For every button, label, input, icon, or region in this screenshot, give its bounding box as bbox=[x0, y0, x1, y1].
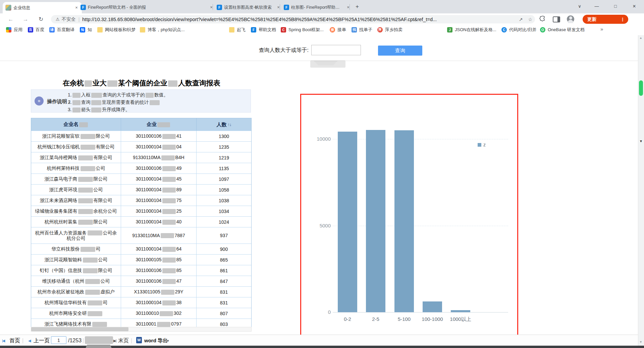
tab-favicon bbox=[5, 5, 11, 11]
url-text[interactable]: http://10.32.185.65:8080/webroot/decisio… bbox=[82, 17, 516, 22]
table-row: 钉钉（中国）信息技限公司 301100010685 861 bbox=[31, 265, 251, 276]
scroll-down-icon[interactable]: ▼ bbox=[639, 340, 642, 344]
chart-legend[interactable]: z bbox=[478, 142, 486, 147]
tab-close-icon[interactable]: × bbox=[276, 5, 281, 10]
update-button[interactable]: 更新 ⋮ bbox=[583, 15, 628, 24]
bookmark-label: 接单 bbox=[337, 27, 346, 33]
bookmark-item[interactable]: 网站模板和织梦 bbox=[97, 26, 136, 33]
tab-search-chevron-icon[interactable]: ∨ bbox=[572, 0, 587, 13]
bookmark-icon bbox=[97, 27, 103, 32]
bookmark-item[interactable]: 博客，php知识点... bbox=[140, 26, 185, 33]
bookmark-item[interactable]: 接 接单 bbox=[330, 26, 346, 33]
table-row: 杭州市网络安全研 301100010302 807 bbox=[31, 308, 251, 319]
side-panel-icon[interactable] bbox=[553, 16, 560, 22]
bookmark-item[interactable]: C Spring Boot框架... bbox=[281, 26, 324, 33]
table-row: 杭州百仕通人力资源服务公司余杭分公司 91330110MA7887 937 bbox=[31, 227, 251, 243]
query-submit-button[interactable]: 查询 bbox=[378, 46, 422, 56]
bookmark-icon bbox=[140, 27, 145, 32]
bookmark-item[interactable]: 百 百度 bbox=[28, 26, 44, 33]
browser-tab[interactable]: F 设置柱形图高度-帆软搜索 × bbox=[214, 3, 284, 12]
browser-tab[interactable]: 企业信息 × bbox=[3, 2, 82, 13]
bookmark-item[interactable]: J JSON在线解析及格... bbox=[447, 26, 496, 33]
redaction-blur bbox=[150, 100, 160, 105]
window-minimize-button[interactable]: — bbox=[589, 0, 604, 13]
table-row: 绿城物业服务集团有余杭分公司 301100010425 1034 bbox=[31, 206, 251, 216]
address-bar[interactable]: ⚠ 不安全 | http://10.32.185.65:8080/webroot… bbox=[51, 15, 535, 23]
report-title: 在余杭业大某个阈值的企业人数查询报表 bbox=[31, 78, 252, 88]
query-threshold-input[interactable] bbox=[311, 45, 361, 55]
bookmark-label: 起飞 bbox=[237, 27, 246, 33]
bookmarks-overflow-icon[interactable]: » bbox=[600, 26, 603, 32]
last-page-icon[interactable]: ▶| bbox=[113, 337, 116, 344]
window-close-button[interactable]: × bbox=[627, 0, 642, 13]
new-tab-button[interactable]: + bbox=[353, 2, 362, 11]
redaction-blur bbox=[162, 145, 176, 150]
tab-title: 企业信息 bbox=[13, 5, 72, 11]
redaction-blur bbox=[80, 145, 95, 150]
bookmark-item[interactable]: 知 知 bbox=[80, 26, 92, 33]
tab-favicon: F bbox=[217, 5, 222, 10]
company-code-cell: 301100010685 bbox=[121, 265, 197, 276]
bookmark-item[interactable]: 应用 bbox=[6, 26, 22, 33]
redaction-blur bbox=[160, 311, 173, 316]
table-row: 浙江菜鸟传橙网络有限公司 91330110MAB4H 1219 bbox=[31, 152, 251, 163]
share-icon[interactable]: ↗ bbox=[519, 17, 523, 22]
export-caret-icon[interactable]: ▾ bbox=[167, 337, 169, 344]
redaction-blur bbox=[91, 93, 102, 98]
profile-avatar[interactable] bbox=[567, 15, 574, 23]
scroll-up-icon[interactable]: ▲ bbox=[639, 36, 642, 40]
window-maximize-button[interactable]: □ bbox=[608, 0, 623, 13]
bookmark-item[interactable]: O OneBase 研发文档 bbox=[540, 26, 585, 33]
bookmark-icon: 知 bbox=[80, 27, 85, 32]
table-row: 杭州柯莱特科技公司 301100010649 1135 bbox=[31, 163, 251, 173]
company-name-cell: 杭州百仕通人力资源服务公司余杭分公司 bbox=[31, 227, 121, 243]
bookmark-item[interactable]: 译 百度翻译 bbox=[49, 26, 74, 33]
bookmark-item[interactable]: C 代码对比/归并 bbox=[501, 26, 537, 33]
last-page-button[interactable]: 末页 bbox=[118, 337, 129, 344]
kebab-menu-icon[interactable]: ⋮ bbox=[621, 17, 625, 22]
browser-tab[interactable]: F FineReport帮助文档 - 全面的报 × bbox=[78, 3, 217, 12]
tab-title: 设置柱形图高度-帆软搜索 bbox=[224, 5, 274, 10]
bookmark-item[interactable]: 萍 萍乡拍卖 bbox=[377, 26, 402, 33]
vertical-scrollbar-thumb[interactable] bbox=[639, 80, 643, 96]
sort-icon[interactable]: ↑↓ bbox=[228, 122, 231, 127]
redaction-blur bbox=[85, 80, 92, 87]
tab-close-icon[interactable]: × bbox=[209, 5, 214, 10]
redaction-blur bbox=[162, 258, 176, 263]
page-number-input[interactable] bbox=[51, 336, 66, 344]
company-code-cell: 301100010302 bbox=[121, 308, 197, 319]
first-page-icon[interactable]: |◀ bbox=[2, 337, 4, 344]
forward-icon[interactable]: → bbox=[21, 15, 30, 24]
prev-page-icon[interactable]: ◀ bbox=[28, 337, 30, 344]
company-code-cell: 301100010641 bbox=[121, 131, 197, 141]
redaction-blur bbox=[162, 188, 176, 193]
redaction-blur bbox=[168, 80, 177, 87]
company-name-cell: 浙江虎哥环境公司 bbox=[31, 185, 121, 195]
reload-icon[interactable]: ↻ bbox=[36, 15, 46, 24]
bookmark-item[interactable]: 起飞 bbox=[229, 26, 246, 33]
word-export-button[interactable]: word 导出 bbox=[144, 337, 168, 344]
people-count-cell: 937 bbox=[197, 227, 251, 243]
bar bbox=[394, 130, 414, 312]
company-name-cell: 杭州市网络安全研 bbox=[31, 308, 121, 319]
redaction-blur bbox=[78, 209, 93, 214]
table-row: 浙江森马电子商限公司 301100010445 1097 bbox=[31, 173, 251, 184]
bookmark-icon: F bbox=[251, 27, 256, 32]
bookmark-star-icon[interactable]: ☆ bbox=[528, 17, 532, 22]
back-icon[interactable]: ← bbox=[6, 15, 15, 24]
redaction-blur bbox=[146, 93, 154, 98]
security-label[interactable]: 不安全 bbox=[62, 16, 76, 22]
tab-close-icon[interactable]: × bbox=[345, 5, 351, 10]
browser-tab[interactable]: F 柱形图- FineReport帮助文档 - 全 × bbox=[281, 3, 354, 12]
bookmark-item[interactable]: 找 找单子 bbox=[352, 26, 372, 33]
horizontal-scrollbar-thumb[interactable] bbox=[31, 327, 128, 331]
bookmark-item[interactable]: F 帮助文档 bbox=[251, 26, 276, 33]
company-name-cell: 华立科技股份司 bbox=[31, 244, 121, 254]
redaction-blur bbox=[86, 345, 112, 348]
company-name-cell: 杭州市余杭区被征地政虚拟户 bbox=[31, 287, 121, 297]
bookmark-icon bbox=[229, 27, 234, 32]
people-count-cell: 1219 bbox=[197, 152, 251, 163]
extensions-puzzle-icon[interactable] bbox=[539, 16, 546, 22]
first-page-button[interactable]: 首页 bbox=[9, 337, 20, 344]
header-people-count[interactable]: 人数↑↓ bbox=[197, 118, 251, 131]
